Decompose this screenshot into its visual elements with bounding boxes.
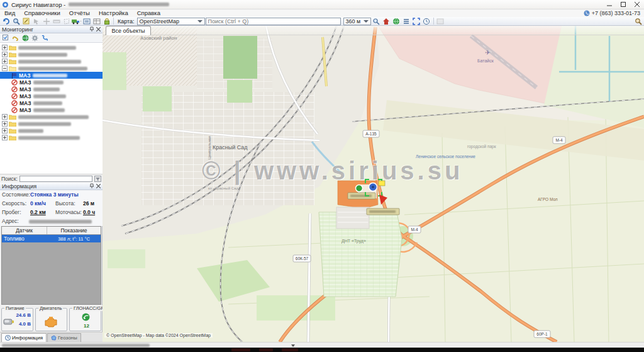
select-icon[interactable]: [31, 17, 41, 25]
tree-vehicle-selected[interactable]: МАЗ: [0, 72, 103, 79]
sensor-value: 388 л; t°: 11 °C: [47, 236, 101, 242]
tree-group[interactable]: [0, 58, 103, 65]
close-button[interactable]: [630, 0, 644, 9]
expand-icon[interactable]: [2, 135, 8, 140]
label-street-central: Центральная: [208, 136, 211, 159]
close-icon[interactable]: [96, 27, 101, 31]
redacted-group-name: [18, 53, 67, 57]
mileage-label: Пробег:: [2, 209, 21, 215]
airport-icon: ✈: [485, 49, 490, 56]
no-signal-icon: [11, 93, 18, 99]
expand-icon[interactable]: [2, 121, 8, 127]
folder-icon: [9, 121, 16, 127]
tree-group[interactable]: [0, 113, 103, 120]
move-icon[interactable]: [42, 17, 51, 25]
globe-icon[interactable]: [392, 17, 401, 25]
info-panel-body: Состояние: Стоянка 3 минуты Скорость: 0 …: [0, 190, 103, 226]
clock-icon[interactable]: [422, 17, 431, 25]
menu-spravochniki[interactable]: Справочники: [19, 9, 65, 17]
maximize-button[interactable]: [616, 0, 630, 9]
fit-bounds-icon[interactable]: [412, 17, 421, 25]
area-measure-icon[interactable]: [62, 17, 71, 25]
hours-value[interactable]: 0.0 ч: [83, 209, 95, 215]
menu-vid[interactable]: Вид: [0, 9, 19, 17]
redacted-group-name: [18, 136, 80, 140]
sensor-col-name[interactable]: Датчик: [2, 227, 47, 234]
close-icon[interactable]: [96, 184, 101, 188]
pin-icon[interactable]: [89, 26, 94, 32]
table-icon[interactable]: [92, 17, 101, 25]
vehicle-tree: МАЗ МАЗ МАЗ МАЗ МАЗ МАЗ: [0, 43, 103, 174]
expand-icon[interactable]: [2, 114, 8, 120]
truck-menu-icon[interactable]: [72, 17, 81, 25]
global-search-input[interactable]: [206, 18, 341, 25]
lock-icon[interactable]: [102, 17, 111, 25]
badge-a135: А-135: [365, 132, 377, 136]
folder-icon: [9, 45, 16, 50]
tree-search-input[interactable]: [19, 176, 92, 182]
edit-area-icon[interactable]: [21, 17, 31, 25]
monitoring-toolbar: [0, 33, 103, 43]
select-objects-icon[interactable]: [3, 35, 9, 42]
expand-icon[interactable]: [2, 128, 8, 133]
state-label: Состояние:: [2, 191, 30, 198]
tree-group[interactable]: [0, 134, 103, 141]
map-tab-all-objects[interactable]: Все объекты: [106, 26, 151, 35]
status-dropdown-icon[interactable]: [291, 344, 295, 347]
tree-group-open[interactable]: [0, 65, 103, 72]
home-icon[interactable]: [382, 17, 391, 25]
map-scale-select[interactable]: 360 м: [343, 18, 371, 25]
menu-spravka[interactable]: Справка: [133, 9, 165, 17]
tree-vehicle[interactable]: МАЗ: [0, 86, 103, 93]
collapse-icon[interactable]: [2, 65, 8, 71]
panel-icon[interactable]: [436, 17, 445, 25]
tree-group[interactable]: [0, 120, 103, 127]
expand-icon[interactable]: [2, 45, 8, 50]
tree-vehicle[interactable]: МАЗ: [0, 93, 103, 99]
vehicle-label: МАЗ: [19, 79, 31, 86]
badge-m4-south: М-4: [411, 227, 418, 232]
redacted-vehicle-name: [33, 108, 65, 112]
refresh-icon[interactable]: [1, 17, 11, 25]
reports-icon[interactable]: [82, 17, 91, 25]
menu-nastroyka[interactable]: Настройка: [94, 9, 133, 17]
label-agro: АГРО Мол: [538, 197, 558, 202]
call-icon[interactable]: [41, 35, 48, 42]
map-canvas[interactable]: А-135 М-4 М-4 60К-57 60Р-1 Азовский райо…: [103, 26, 644, 342]
tree-vehicle[interactable]: МАЗ: [0, 99, 103, 106]
tree-vehicle[interactable]: МАЗ: [0, 79, 103, 86]
gear-icon[interactable]: [31, 35, 38, 42]
mileage-value[interactable]: 0.2 км: [30, 209, 46, 215]
search-map-icon[interactable]: [11, 17, 21, 25]
link-icon[interactable]: [12, 35, 19, 42]
settings-search-icon[interactable]: [633, 17, 643, 25]
expand-icon[interactable]: [2, 59, 8, 64]
tree-group[interactable]: [0, 44, 103, 51]
vehicle-marker-green[interactable]: [356, 185, 363, 192]
tab-information[interactable]: Информация: [1, 333, 47, 342]
locate-icon[interactable]: [372, 17, 381, 25]
tree-group[interactable]: [0, 51, 103, 58]
vehicle-label: МАЗ: [19, 107, 31, 113]
globe-icon[interactable]: [22, 35, 29, 42]
height-value: 26 м: [83, 200, 94, 207]
tree-vehicle[interactable]: МАЗ: [0, 106, 103, 113]
sensor-col-value[interactable]: Показание: [47, 227, 101, 234]
list-icon[interactable]: [402, 17, 411, 25]
menu-otchety[interactable]: Отчёты: [65, 9, 94, 17]
engine-statbox: Двигатель: [35, 308, 67, 331]
sensor-row-fuel[interactable]: Топливо 388 л; t°: 11 °C: [2, 235, 101, 242]
chevron-down-icon: [197, 20, 203, 23]
map-provider-select[interactable]: OpenStreetMap: [137, 18, 205, 25]
redacted-vehicle-name: [33, 94, 66, 98]
pin-icon[interactable]: [89, 183, 94, 189]
tree-group[interactable]: [0, 127, 103, 134]
bottom-tab-strip: Информация Геозоны: [0, 332, 103, 342]
tab-geozones[interactable]: Геозоны: [47, 333, 81, 342]
filter-icon[interactable]: [94, 176, 101, 182]
ruler-icon[interactable]: [52, 17, 61, 25]
minimize-button[interactable]: [602, 0, 616, 9]
expand-icon[interactable]: [2, 52, 8, 57]
taskbar-smudge: [259, 348, 273, 351]
address-label: Адрес:: [2, 218, 19, 224]
